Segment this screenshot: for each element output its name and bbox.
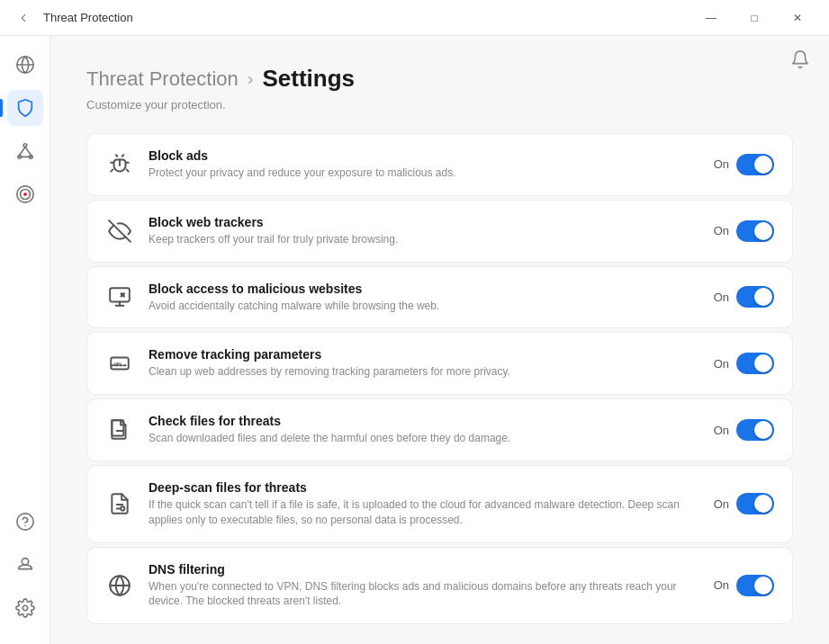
- setting-desc-block-trackers: Keep trackers off your trail for truly p…: [149, 232, 699, 247]
- setting-info-deep-scan: Deep-scan files for threats If the quick…: [149, 480, 699, 528]
- toggle-knob-check-files: [754, 421, 772, 439]
- svg-point-14: [23, 605, 28, 611]
- setting-status-block-trackers: On: [714, 224, 729, 237]
- toggle-remove-tracking[interactable]: [736, 353, 774, 374]
- sidebar-item-globe[interactable]: [7, 47, 43, 83]
- setting-info-block-malicious: Block access to malicious websites Avoid…: [149, 282, 699, 314]
- breadcrumb-parent: Threat Protection: [86, 67, 239, 91]
- setting-title-check-files: Check files for threats: [149, 414, 699, 428]
- file-scan-icon: [105, 416, 134, 444]
- setting-status-remove-tracking: On: [714, 357, 729, 371]
- setting-title-block-ads: Block ads: [149, 148, 699, 163]
- setting-title-deep-scan: Deep-scan files for threats: [149, 480, 699, 495]
- sidebar-item-home[interactable]: [7, 547, 43, 583]
- toggle-block-malicious[interactable]: [736, 286, 774, 308]
- svg-line-5: [19, 147, 24, 155]
- setting-card-block-trackers: Block web trackers Keep trackers off you…: [86, 200, 793, 263]
- setting-control-dns-filtering: On: [714, 575, 774, 596]
- svg-point-11: [16, 514, 32, 530]
- page-subtitle: Customize your protection.: [86, 98, 793, 112]
- svg-rect-17: [110, 289, 130, 302]
- close-button[interactable]: ✕: [777, 4, 818, 31]
- main-content: Threat Protection › Settings Customize y…: [50, 36, 829, 644]
- toggle-dns-filtering[interactable]: [736, 575, 774, 596]
- toggle-knob-dns-filtering: [754, 577, 772, 595]
- settings-list: Block ads Protect your privacy and reduc…: [86, 133, 793, 624]
- toggle-knob-block-trackers: [754, 222, 772, 240]
- setting-status-deep-scan: On: [714, 497, 729, 511]
- setting-card-deep-scan: Deep-scan files for threats If the quick…: [86, 465, 793, 543]
- window-controls: — □ ✕: [690, 4, 818, 31]
- bug-icon: [105, 150, 134, 179]
- url-clean-icon: URL: [105, 349, 134, 378]
- setting-title-block-trackers: Block web trackers: [149, 215, 699, 229]
- setting-title-remove-tracking: Remove tracking parameters: [149, 347, 699, 362]
- maximize-button[interactable]: □: [734, 4, 775, 31]
- page-title: Settings: [262, 65, 355, 93]
- toggle-knob-remove-tracking: [754, 354, 772, 372]
- setting-control-block-trackers: On: [714, 220, 774, 242]
- file-deep-icon: [105, 489, 134, 518]
- toggle-knob-deep-scan: [754, 495, 772, 513]
- back-button[interactable]: [11, 5, 36, 31]
- setting-card-dns-filtering: DNS filtering When you're connected to V…: [86, 547, 793, 625]
- setting-info-block-ads: Block ads Protect your privacy and reduc…: [149, 148, 699, 181]
- sidebar: [0, 36, 50, 644]
- minimize-button[interactable]: —: [690, 4, 732, 31]
- window-title: Threat Protection: [43, 11, 690, 24]
- app-layout: Threat Protection › Settings Customize y…: [0, 36, 829, 644]
- svg-point-10: [23, 192, 27, 196]
- setting-card-check-files: Check files for threats Scan downloaded …: [86, 398, 793, 461]
- setting-desc-remove-tracking: Clean up web addresses by removing track…: [149, 364, 699, 380]
- breadcrumb: Threat Protection › Settings: [86, 65, 793, 93]
- setting-desc-deep-scan: If the quick scan can't tell if a file i…: [149, 497, 699, 528]
- setting-status-dns-filtering: On: [714, 578, 729, 592]
- globe-filter-icon: [105, 571, 134, 600]
- setting-info-check-files: Check files for threats Scan downloaded …: [149, 414, 699, 446]
- setting-control-check-files: On: [714, 419, 774, 441]
- title-bar: Threat Protection — □ ✕: [0, 0, 829, 36]
- monitor-x-icon: [105, 282, 134, 311]
- setting-control-block-ads: On: [714, 154, 774, 175]
- sidebar-bottom: [7, 504, 43, 633]
- setting-info-remove-tracking: Remove tracking parameters Clean up web …: [149, 347, 699, 380]
- setting-control-deep-scan: On: [714, 493, 774, 514]
- toggle-knob-block-ads: [754, 156, 772, 174]
- setting-control-remove-tracking: On: [714, 353, 774, 374]
- sidebar-item-target[interactable]: [7, 176, 43, 212]
- toggle-check-files[interactable]: [736, 419, 774, 441]
- toggle-deep-scan[interactable]: [736, 493, 774, 514]
- setting-status-block-ads: On: [714, 157, 729, 171]
- svg-point-13: [22, 559, 28, 565]
- sidebar-item-mesh[interactable]: [7, 133, 43, 169]
- sidebar-item-help[interactable]: [7, 504, 43, 540]
- toggle-block-ads[interactable]: [736, 154, 774, 175]
- setting-desc-dns-filtering: When you're connected to VPN, DNS filter…: [149, 579, 699, 610]
- page-header: Threat Protection › Settings Customize y…: [86, 65, 793, 112]
- setting-card-block-malicious: Block access to malicious websites Avoid…: [86, 266, 793, 329]
- eye-off-icon: [105, 217, 134, 246]
- setting-desc-block-malicious: Avoid accidentally catching malware whil…: [149, 299, 699, 314]
- svg-line-6: [25, 147, 31, 155]
- notification-bell-button[interactable]: [786, 45, 815, 74]
- setting-desc-block-ads: Protect your privacy and reduce your exp…: [149, 165, 699, 181]
- setting-info-dns-filtering: DNS filtering When you're connected to V…: [149, 562, 699, 610]
- setting-title-block-malicious: Block access to malicious websites: [149, 282, 699, 296]
- svg-point-30: [121, 507, 124, 511]
- setting-card-remove-tracking: URL Remove tracking parameters Clean up …: [86, 332, 793, 395]
- setting-status-check-files: On: [714, 424, 729, 437]
- sidebar-item-settings[interactable]: [7, 590, 43, 626]
- setting-status-block-malicious: On: [714, 291, 729, 304]
- setting-desc-check-files: Scan downloaded files and delete the har…: [149, 431, 699, 446]
- sidebar-item-shield[interactable]: [7, 90, 43, 126]
- setting-info-block-trackers: Block web trackers Keep trackers off you…: [149, 215, 699, 247]
- breadcrumb-separator: ›: [248, 68, 254, 89]
- toggle-block-trackers[interactable]: [736, 220, 774, 242]
- toggle-knob-block-malicious: [754, 288, 772, 306]
- setting-card-block-ads: Block ads Protect your privacy and reduc…: [86, 133, 793, 196]
- setting-control-block-malicious: On: [714, 286, 774, 308]
- setting-title-dns-filtering: DNS filtering: [149, 562, 699, 577]
